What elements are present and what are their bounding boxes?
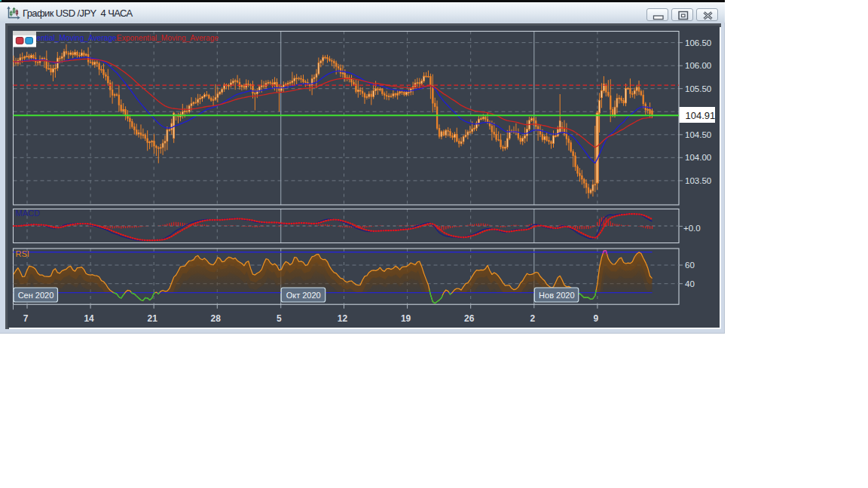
svg-text:105.50: 105.50 xyxy=(685,84,711,93)
svg-text:5: 5 xyxy=(277,313,282,324)
svg-text:104.00: 104.00 xyxy=(685,153,711,162)
svg-text:2: 2 xyxy=(530,313,535,324)
svg-text:Сен 2020: Сен 2020 xyxy=(18,291,54,300)
svg-text:104.50: 104.50 xyxy=(685,130,711,139)
svg-text:RSI: RSI xyxy=(16,249,29,258)
svg-text:26: 26 xyxy=(464,313,475,324)
svg-text:7: 7 xyxy=(23,313,29,324)
svg-text:ential_Moving_Average: ential_Moving_Average xyxy=(37,34,118,42)
svg-text:21: 21 xyxy=(148,313,158,324)
svg-text:Окт 2020: Окт 2020 xyxy=(286,291,321,300)
svg-text:104.91: 104.91 xyxy=(686,110,716,121)
svg-text:MACD: MACD xyxy=(16,209,40,218)
svg-text:19: 19 xyxy=(401,313,411,324)
svg-text:106.00: 106.00 xyxy=(685,61,711,70)
svg-text:106.50: 106.50 xyxy=(685,38,711,47)
svg-text:9: 9 xyxy=(594,313,599,324)
svg-text:Нов 2020: Нов 2020 xyxy=(539,291,574,300)
svg-text:12: 12 xyxy=(338,313,348,324)
svg-text:+0.0: +0.0 xyxy=(683,224,701,233)
svg-text:14: 14 xyxy=(84,313,94,324)
svg-text:.Exponential_Moving_Average: .Exponential_Moving_Average xyxy=(115,34,219,42)
svg-text:60: 60 xyxy=(685,261,695,270)
svg-text:28: 28 xyxy=(211,313,222,324)
svg-text:103.50: 103.50 xyxy=(685,176,711,185)
svg-text:40: 40 xyxy=(685,279,695,288)
